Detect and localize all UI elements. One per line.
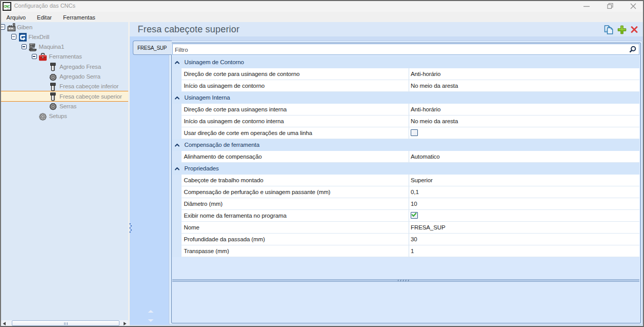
svg-text:CNC: CNC: [4, 5, 10, 8]
